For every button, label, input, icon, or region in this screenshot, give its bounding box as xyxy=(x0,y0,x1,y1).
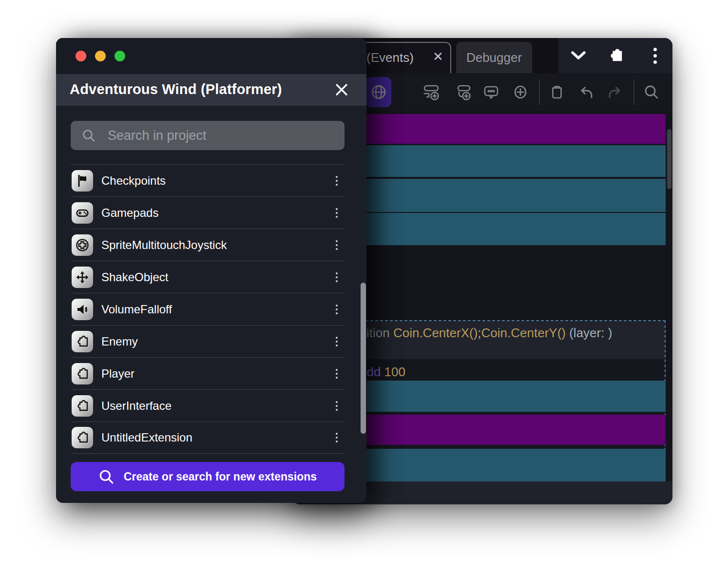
item-menu-kebab-icon[interactable] xyxy=(333,173,341,189)
extension-label: VolumeFalloff xyxy=(101,303,172,316)
dialog-header: Adventurous Wind (Platformer) xyxy=(56,74,366,106)
item-menu-kebab-icon[interactable] xyxy=(333,237,341,253)
extension-list-item[interactable]: Enemy xyxy=(71,325,345,357)
extension-label: Enemy xyxy=(101,335,138,348)
item-menu-kebab-icon[interactable] xyxy=(333,205,341,221)
event-row-purple[interactable] xyxy=(341,415,666,445)
globe-button[interactable] xyxy=(366,77,391,107)
item-menu-kebab-icon[interactable] xyxy=(333,398,341,414)
tab-close-icon[interactable]: ✕ xyxy=(431,50,445,63)
screen: (Events) ✕ Debugger xyxy=(0,0,728,576)
extension-list-item[interactable]: VolumeFalloff xyxy=(71,293,345,325)
puzzle-icon xyxy=(72,331,93,352)
extensions-list: Checkpoints Gamepads SpriteMultitouchJoy… xyxy=(71,164,345,454)
undo-icon[interactable] xyxy=(577,83,595,101)
extension-label: SpriteMultitouchJoystick xyxy=(101,238,227,252)
event-row-teal[interactable] xyxy=(341,145,666,177)
tab-debugger-label: Debugger xyxy=(466,50,522,65)
add-circle-icon[interactable] xyxy=(512,83,529,101)
window-controls-cluster xyxy=(558,38,672,73)
item-menu-kebab-icon[interactable] xyxy=(333,302,341,317)
dialog-scrollbar-thumb[interactable] xyxy=(361,283,366,434)
item-menu-kebab-icon[interactable] xyxy=(333,269,341,285)
tab-events-label: (Events) xyxy=(366,50,414,65)
more-kebab-icon[interactable] xyxy=(647,38,663,73)
tab-debugger[interactable]: Debugger xyxy=(456,42,532,73)
chevron-down-icon[interactable] xyxy=(569,38,588,73)
extension-label: ShakeObject xyxy=(101,270,168,284)
puzzle-icon xyxy=(72,427,93,448)
redo-icon[interactable] xyxy=(606,83,624,101)
search-input[interactable] xyxy=(107,128,345,144)
search-icon xyxy=(98,469,114,484)
event-row-teal[interactable] xyxy=(341,179,666,212)
dpad-icon xyxy=(72,234,93,256)
add-comment-icon[interactable] xyxy=(482,83,500,101)
trash-icon[interactable] xyxy=(548,83,566,101)
project-search-box[interactable] xyxy=(71,121,345,150)
item-menu-kebab-icon[interactable] xyxy=(333,366,341,382)
macos-titlebar xyxy=(56,38,366,74)
zoom-window-button[interactable] xyxy=(115,51,125,61)
event-row-teal[interactable] xyxy=(341,381,666,412)
extension-list-item[interactable]: SpriteMultitouchJoystick xyxy=(71,229,345,261)
item-menu-kebab-icon[interactable] xyxy=(333,334,341,349)
item-menu-kebab-icon[interactable] xyxy=(333,430,341,445)
extension-label: Player xyxy=(101,367,134,381)
extension-list-item[interactable]: Player xyxy=(71,357,345,389)
event-row-teal[interactable] xyxy=(341,449,666,481)
project-dialog-window: Adventurous Wind (Platformer) Checkpoint… xyxy=(56,38,366,503)
puzzle-icon xyxy=(72,363,93,384)
extension-list-item[interactable]: UntitledExtension xyxy=(71,422,345,454)
extension-list-item[interactable]: UserInterface xyxy=(71,389,345,422)
extensions-puzzle-icon[interactable] xyxy=(606,38,626,73)
gamepad-icon xyxy=(72,202,93,224)
search-events-icon[interactable] xyxy=(643,83,660,101)
extension-label: UntitledExtension xyxy=(101,431,192,444)
extension-list-item[interactable]: ShakeObject xyxy=(71,261,345,293)
create-extension-label: Create or search for new extensions xyxy=(124,470,317,483)
dialog-title: Adventurous Wind (Platformer) xyxy=(70,81,282,97)
close-window-button[interactable] xyxy=(76,51,86,61)
add-event-icon[interactable] xyxy=(422,83,440,101)
flag-icon xyxy=(72,170,93,192)
extension-list-item[interactable]: Checkpoints xyxy=(71,164,345,196)
speaker-icon xyxy=(72,299,93,320)
event-row-purple[interactable] xyxy=(341,114,666,144)
event-row-teal[interactable] xyxy=(341,213,666,245)
toolbar-divider xyxy=(539,79,540,105)
create-extension-button[interactable]: Create or search for new extensions xyxy=(71,462,345,491)
event-action-line[interactable]: add 100 xyxy=(360,364,405,380)
extension-label: UserInterface xyxy=(101,399,172,413)
puzzle-icon xyxy=(72,395,93,417)
minimize-window-button[interactable] xyxy=(95,51,106,61)
toolbar-divider xyxy=(633,79,634,105)
event-action-line[interactable]: ition Coin.CenterX();Coin.CenterY() (lay… xyxy=(366,325,612,341)
search-icon xyxy=(81,128,96,143)
add-subevent-icon[interactable] xyxy=(454,83,472,101)
events-scrollbar-thumb[interactable] xyxy=(667,129,671,189)
dialog-close-icon[interactable] xyxy=(333,81,350,98)
extension-label: Gamepads xyxy=(101,206,158,220)
extension-label: Checkpoints xyxy=(101,174,166,188)
move-icon xyxy=(72,267,93,288)
extension-list-item[interactable]: Gamepads xyxy=(71,196,345,229)
